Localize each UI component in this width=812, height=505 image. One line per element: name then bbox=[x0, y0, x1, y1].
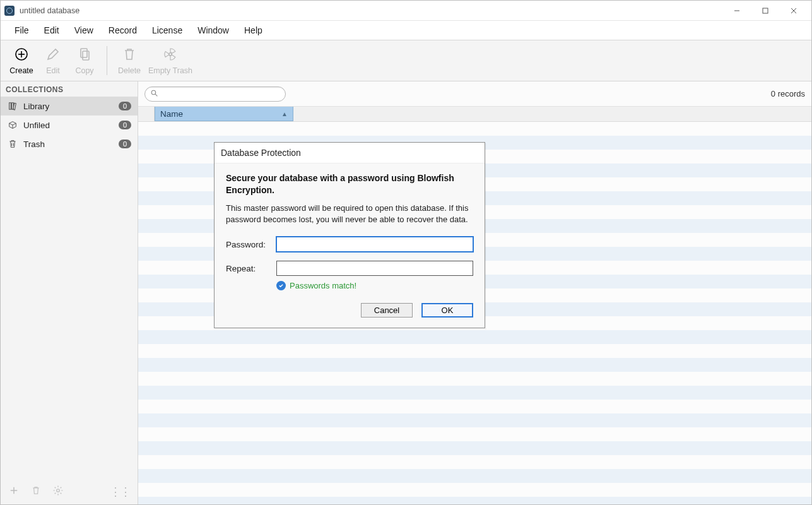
main-toolbar: 0 records bbox=[138, 81, 811, 107]
gear-icon[interactable] bbox=[52, 485, 64, 499]
toolbar-edit[interactable]: Edit bbox=[37, 43, 69, 78]
database-protection-dialog: Database Protection Secure your database… bbox=[214, 142, 485, 328]
svg-rect-8 bbox=[83, 51, 89, 60]
sidebar-item-count: 0 bbox=[119, 140, 131, 148]
column-name[interactable]: Name ▲ bbox=[155, 107, 293, 121]
table-row bbox=[138, 330, 811, 344]
table-row bbox=[138, 469, 811, 483]
table-header-spacer bbox=[138, 107, 155, 121]
toolbar: Create Edit Copy Delete Empty Trash bbox=[1, 40, 811, 81]
copy-icon bbox=[77, 47, 92, 64]
plus-circle-icon bbox=[14, 47, 29, 64]
passwords-match-row: Passwords match! bbox=[276, 281, 473, 290]
menu-help[interactable]: Help bbox=[237, 23, 270, 38]
sidebar: COLLECTIONS Library 0 Unfiled 0 Trash 0 … bbox=[1, 81, 138, 504]
toolbar-empty-trash-label: Empty Trash bbox=[148, 66, 192, 75]
table-row bbox=[138, 441, 811, 455]
toolbar-delete-label: Delete bbox=[118, 66, 141, 75]
toolbar-edit-label: Edit bbox=[46, 66, 60, 75]
search-input-wrap[interactable] bbox=[144, 86, 286, 102]
svg-point-14 bbox=[151, 90, 156, 95]
password-input[interactable] bbox=[276, 237, 473, 252]
maximize-button[interactable] bbox=[751, 1, 779, 20]
sort-asc-icon: ▲ bbox=[281, 110, 288, 117]
table-row bbox=[138, 372, 811, 386]
table-row bbox=[138, 122, 811, 136]
svg-rect-12 bbox=[16, 492, 19, 496]
sidebar-item-trash[interactable]: Trash 0 bbox=[1, 134, 138, 153]
sidebar-item-label: Library bbox=[23, 102, 49, 111]
sidebar-header: COLLECTIONS bbox=[1, 81, 138, 97]
menu-view[interactable]: View bbox=[67, 23, 101, 38]
menu-edit[interactable]: Edit bbox=[37, 23, 67, 38]
search-input[interactable] bbox=[161, 89, 280, 98]
dialog-heading: Secure your database with a password usi… bbox=[226, 172, 473, 196]
dialog-body: Secure your database with a password usi… bbox=[215, 163, 485, 328]
table-header: Name ▲ bbox=[138, 107, 811, 122]
toolbar-separator bbox=[107, 46, 107, 75]
table-row bbox=[138, 427, 811, 441]
window-title: untitled database bbox=[20, 6, 79, 15]
repeat-field-row: Repeat: bbox=[226, 261, 473, 276]
menu-license[interactable]: License bbox=[144, 23, 190, 38]
table-row bbox=[138, 358, 811, 372]
dialog-title: Database Protection bbox=[215, 143, 485, 163]
password-field-row: Password: bbox=[226, 237, 473, 252]
box-icon bbox=[7, 120, 18, 130]
sidebar-item-label: Trash bbox=[23, 140, 45, 149]
ok-button[interactable]: OK bbox=[421, 303, 473, 318]
dialog-buttons: Cancel OK bbox=[226, 303, 473, 318]
radiation-icon bbox=[163, 47, 178, 64]
password-label: Password: bbox=[226, 240, 276, 249]
drag-handle-icon[interactable]: ⋮⋮ bbox=[110, 485, 130, 499]
search-icon bbox=[150, 88, 158, 100]
trash-icon bbox=[7, 139, 18, 149]
pencil-icon bbox=[45, 47, 61, 64]
window-controls bbox=[722, 1, 808, 20]
trash-icon bbox=[122, 47, 137, 64]
records-count: 0 records bbox=[771, 89, 805, 98]
sidebar-item-library[interactable]: Library 0 bbox=[1, 97, 138, 116]
menu-window[interactable]: Window bbox=[190, 23, 237, 38]
sidebar-item-unfiled[interactable]: Unfiled 0 bbox=[1, 116, 138, 134]
books-icon bbox=[7, 101, 18, 111]
trash-icon[interactable] bbox=[31, 485, 41, 498]
check-circle-icon bbox=[276, 281, 286, 290]
svg-rect-1 bbox=[763, 8, 768, 13]
menu-file[interactable]: File bbox=[7, 23, 37, 38]
table-row bbox=[138, 400, 811, 413]
add-icon[interactable] bbox=[8, 485, 20, 499]
toolbar-create[interactable]: Create bbox=[6, 43, 37, 78]
repeat-label: Repeat: bbox=[226, 264, 276, 273]
table-row bbox=[138, 483, 811, 497]
app-icon bbox=[4, 6, 15, 16]
titlebar: untitled database bbox=[1, 1, 811, 21]
menubar: File Edit View Record License Window Hel… bbox=[1, 21, 811, 40]
toolbar-empty-trash[interactable]: Empty Trash bbox=[145, 43, 196, 78]
minimize-button[interactable] bbox=[722, 1, 751, 20]
svg-line-15 bbox=[155, 94, 157, 96]
toolbar-delete[interactable]: Delete bbox=[114, 43, 145, 78]
table-row bbox=[138, 344, 811, 358]
table-row bbox=[138, 386, 811, 400]
close-button[interactable] bbox=[779, 1, 808, 20]
sidebar-item-label: Unfiled bbox=[23, 121, 50, 130]
sidebar-item-count: 0 bbox=[119, 121, 131, 129]
sidebar-item-count: 0 bbox=[119, 102, 131, 110]
toolbar-copy-label: Copy bbox=[75, 66, 93, 75]
table-row bbox=[138, 455, 811, 469]
passwords-match-text: Passwords match! bbox=[290, 281, 356, 290]
column-name-label: Name bbox=[160, 109, 183, 119]
cancel-button[interactable]: Cancel bbox=[361, 303, 413, 318]
toolbar-create-label: Create bbox=[9, 66, 33, 75]
toolbar-copy[interactable]: Copy bbox=[69, 43, 100, 78]
sidebar-footer: ⋮⋮ bbox=[1, 479, 138, 504]
table-row bbox=[138, 413, 811, 427]
menu-record[interactable]: Record bbox=[101, 23, 144, 38]
repeat-input[interactable] bbox=[276, 261, 473, 276]
svg-rect-7 bbox=[81, 49, 87, 57]
dialog-description: This master password will be required to… bbox=[226, 203, 473, 225]
svg-point-13 bbox=[57, 489, 60, 492]
table-row bbox=[138, 497, 811, 504]
